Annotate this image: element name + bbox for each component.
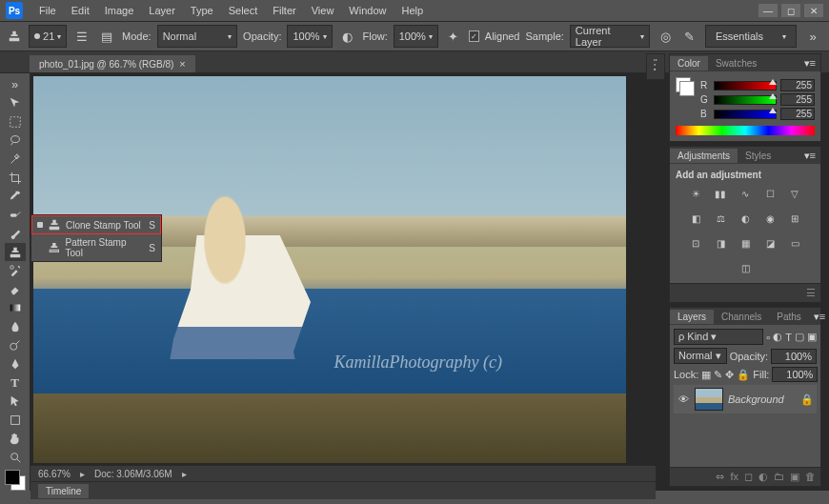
flow-input[interactable]: 100%▾ bbox=[394, 25, 438, 48]
collapse-toolbar-icon[interactable]: » bbox=[5, 75, 26, 94]
document-canvas[interactable]: KamillaPhotography (c) bbox=[33, 76, 626, 463]
menu-select[interactable]: Select bbox=[222, 3, 265, 18]
invert-icon[interactable]: ◨ bbox=[711, 233, 730, 252]
hand-tool[interactable] bbox=[5, 429, 26, 448]
blend-mode-select[interactable]: Normal ▾ bbox=[674, 348, 727, 364]
tab-layers[interactable]: Layers bbox=[670, 310, 714, 324]
photo-filter-icon[interactable]: ◉ bbox=[760, 209, 779, 228]
brush-preset-picker[interactable]: 21 ▾ bbox=[29, 25, 67, 48]
healing-brush-tool[interactable] bbox=[5, 206, 26, 225]
vibrance-icon[interactable]: ▽ bbox=[785, 184, 804, 203]
menu-type[interactable]: Type bbox=[184, 3, 220, 18]
eyedropper-tool[interactable] bbox=[5, 187, 26, 206]
new-fill-layer-icon[interactable]: ◐ bbox=[758, 471, 768, 483]
r-slider[interactable] bbox=[714, 81, 777, 91]
aligned-checkbox[interactable]: ✓ bbox=[469, 30, 479, 42]
eraser-tool[interactable] bbox=[5, 280, 26, 299]
selective-color-icon[interactable]: ◫ bbox=[736, 258, 755, 277]
maximize-button[interactable]: ◻ bbox=[781, 4, 800, 17]
hue-icon[interactable]: ◧ bbox=[686, 209, 705, 228]
menu-layer[interactable]: Layer bbox=[142, 3, 182, 18]
menu-file[interactable]: File bbox=[32, 3, 63, 18]
filter-adjust-icon[interactable]: ◐ bbox=[773, 331, 782, 343]
menu-window[interactable]: Window bbox=[342, 3, 393, 18]
filter-smart-icon[interactable]: ▣ bbox=[807, 331, 817, 343]
workspace-arrows-icon[interactable]: » bbox=[802, 27, 823, 46]
tab-timeline[interactable]: Timeline bbox=[38, 484, 89, 498]
tab-adjustments[interactable]: Adjustments bbox=[670, 149, 738, 163]
bw-icon[interactable]: ◐ bbox=[736, 209, 755, 228]
posterize-icon[interactable]: ▦ bbox=[736, 233, 755, 252]
sample-select[interactable]: Current Layer▾ bbox=[570, 25, 650, 48]
menu-view[interactable]: View bbox=[305, 3, 341, 18]
shape-tool[interactable] bbox=[5, 411, 26, 430]
layer-filter-kind[interactable]: ρ Kind ▾ bbox=[674, 329, 763, 345]
lock-position-icon[interactable]: ✥ bbox=[725, 369, 734, 381]
menu-edit[interactable]: Edit bbox=[65, 3, 96, 18]
zoom-value[interactable]: 66.67% bbox=[38, 469, 71, 479]
minimize-button[interactable]: — bbox=[758, 4, 778, 17]
levels-icon[interactable]: ▮▮ bbox=[711, 184, 730, 203]
brush-tool[interactable] bbox=[5, 224, 26, 243]
filter-pixel-icon[interactable]: ▫ bbox=[766, 332, 770, 343]
lock-pixels-icon[interactable]: ✎ bbox=[714, 369, 722, 381]
layer-mask-icon[interactable]: ◻ bbox=[744, 471, 753, 483]
toggle-clone-source-panel-icon[interactable]: ▤ bbox=[97, 27, 116, 46]
layer-thumbnail[interactable] bbox=[695, 388, 723, 411]
clone-stamp-tool[interactable] bbox=[5, 243, 26, 262]
panel-menu-icon[interactable]: ▾≡ bbox=[809, 311, 829, 323]
path-selection-tool[interactable] bbox=[5, 392, 26, 411]
menu-image[interactable]: Image bbox=[98, 3, 141, 18]
ignore-adjustment-icon[interactable]: ◎ bbox=[656, 27, 675, 46]
doc-info[interactable]: Doc: 3.06M/3.06M bbox=[94, 469, 172, 479]
threshold-icon[interactable]: ◪ bbox=[760, 233, 779, 252]
tab-paths[interactable]: Paths bbox=[769, 310, 809, 324]
lock-transparent-icon[interactable]: ▦ bbox=[701, 369, 711, 381]
lock-all-icon[interactable]: 🔒 bbox=[737, 369, 750, 381]
channel-mixer-icon[interactable]: ⊞ bbox=[785, 209, 804, 228]
history-brush-tool[interactable] bbox=[5, 261, 26, 280]
crop-tool[interactable] bbox=[5, 169, 26, 188]
toggle-brushes-panel-icon[interactable]: ☰ bbox=[72, 27, 91, 46]
layer-style-icon[interactable]: fx bbox=[730, 471, 738, 483]
pressure-size-icon[interactable]: ✎ bbox=[680, 27, 699, 46]
color-balance-icon[interactable]: ⚖ bbox=[711, 209, 730, 228]
color-swatches[interactable] bbox=[5, 470, 26, 491]
workspace-switcher[interactable]: Essentials▾ bbox=[705, 25, 797, 48]
foreground-color[interactable] bbox=[5, 470, 20, 485]
g-slider[interactable] bbox=[714, 95, 777, 105]
type-tool[interactable]: T bbox=[5, 373, 26, 393]
lasso-tool[interactable] bbox=[5, 131, 26, 151]
tab-channels[interactable]: Channels bbox=[714, 310, 769, 324]
new-group-icon[interactable]: 🗀 bbox=[774, 471, 784, 483]
pressure-opacity-icon[interactable]: ◐ bbox=[338, 27, 357, 46]
curves-icon[interactable]: ∿ bbox=[736, 184, 755, 203]
flyout-clone-stamp[interactable]: Clone Stamp Tool S bbox=[31, 215, 161, 234]
tab-styles[interactable]: Styles bbox=[738, 149, 778, 163]
close-button[interactable]: ✕ bbox=[804, 4, 823, 17]
panel-menu-icon[interactable]: ▾≡ bbox=[799, 57, 820, 70]
dodge-tool[interactable] bbox=[5, 336, 26, 355]
tab-color[interactable]: Color bbox=[670, 56, 708, 71]
marquee-tool[interactable] bbox=[5, 112, 26, 131]
filter-type-icon[interactable]: T bbox=[785, 332, 792, 343]
mode-select[interactable]: Normal▾ bbox=[157, 25, 237, 48]
filter-shape-icon[interactable]: ▢ bbox=[795, 331, 804, 343]
brightness-icon[interactable]: ☀ bbox=[686, 184, 705, 203]
move-tool[interactable] bbox=[5, 94, 26, 113]
flyout-pattern-stamp[interactable]: Pattern Stamp Tool S bbox=[31, 234, 161, 261]
opacity-input[interactable]: 100%▾ bbox=[287, 25, 332, 48]
gradient-map-icon[interactable]: ▭ bbox=[785, 233, 804, 252]
panel-menu-icon[interactable]: ▾≡ bbox=[799, 150, 820, 162]
layer-row-background[interactable]: 👁 Background 🔒 bbox=[674, 385, 817, 413]
b-slider[interactable] bbox=[714, 110, 777, 119]
exposure-icon[interactable]: ☐ bbox=[760, 184, 779, 203]
color-lookup-icon[interactable]: ⊡ bbox=[686, 233, 705, 252]
close-tab-icon[interactable]: × bbox=[179, 58, 185, 70]
visibility-icon[interactable]: 👁 bbox=[677, 393, 690, 406]
zoom-tool[interactable] bbox=[5, 448, 26, 467]
bg-color-mini[interactable] bbox=[679, 81, 695, 96]
menu-help[interactable]: Help bbox=[394, 3, 430, 18]
color-spectrum[interactable] bbox=[676, 126, 815, 135]
pen-tool[interactable] bbox=[5, 354, 26, 373]
